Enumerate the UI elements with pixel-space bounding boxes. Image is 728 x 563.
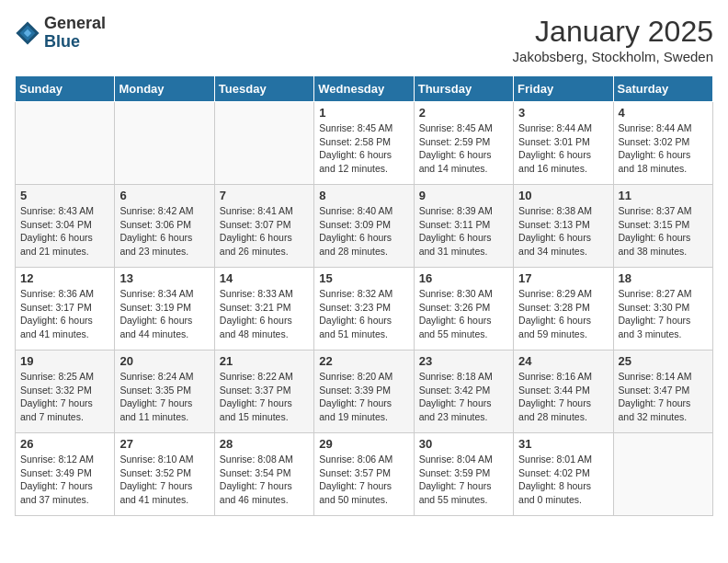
page-header: General Blue January 2025 Jakobsberg, St…	[15, 15, 713, 64]
day-info: Sunrise: 8:45 AM Sunset: 2:58 PM Dayligh…	[319, 121, 408, 176]
logo-blue: Blue	[44, 33, 106, 52]
calendar-cell: 28Sunrise: 8:08 AM Sunset: 3:54 PM Dayli…	[214, 433, 313, 516]
day-info: Sunrise: 8:06 AM Sunset: 3:57 PM Dayligh…	[319, 453, 408, 507]
day-number: 4	[619, 106, 708, 120]
day-info: Sunrise: 8:39 AM Sunset: 3:11 PM Dayligh…	[419, 204, 508, 259]
calendar-cell	[613, 433, 712, 516]
calendar-cell: 4Sunrise: 8:44 AM Sunset: 3:02 PM Daylig…	[613, 102, 712, 185]
day-number: 26	[20, 437, 109, 451]
calendar-cell: 2Sunrise: 8:45 AM Sunset: 2:59 PM Daylig…	[414, 102, 513, 185]
day-number: 13	[119, 271, 209, 285]
logo-icon	[15, 20, 40, 46]
day-info: Sunrise: 8:37 AM Sunset: 3:15 PM Dayligh…	[619, 204, 708, 259]
calendar-cell: 20Sunrise: 8:24 AM Sunset: 3:35 PM Dayli…	[115, 350, 214, 433]
day-number: 24	[518, 354, 608, 368]
calendar-cell: 18Sunrise: 8:27 AM Sunset: 3:30 PM Dayli…	[613, 268, 712, 350]
header-row: SundayMondayTuesdayWednesdayThursdayFrid…	[16, 76, 713, 102]
day-number: 8	[319, 189, 408, 202]
calendar-cell: 22Sunrise: 8:20 AM Sunset: 3:39 PM Dayli…	[314, 350, 414, 433]
day-number: 1	[319, 106, 408, 120]
day-number: 22	[319, 354, 408, 368]
day-info: Sunrise: 8:14 AM Sunset: 3:47 PM Dayligh…	[619, 370, 708, 424]
day-info: Sunrise: 8:10 AM Sunset: 3:52 PM Dayligh…	[119, 453, 209, 507]
day-number: 29	[319, 437, 408, 451]
calendar-cell: 14Sunrise: 8:33 AM Sunset: 3:21 PM Dayli…	[214, 268, 313, 350]
week-row-1: 1Sunrise: 8:45 AM Sunset: 2:58 PM Daylig…	[16, 102, 713, 185]
week-row-5: 26Sunrise: 8:12 AM Sunset: 3:49 PM Dayli…	[16, 433, 713, 516]
calendar-cell: 6Sunrise: 8:42 AM Sunset: 3:06 PM Daylig…	[115, 185, 214, 268]
day-number: 2	[419, 106, 508, 120]
day-info: Sunrise: 8:34 AM Sunset: 3:19 PM Dayligh…	[119, 287, 209, 341]
day-info: Sunrise: 8:08 AM Sunset: 3:54 PM Dayligh…	[220, 453, 309, 507]
month-title: January 2025	[513, 15, 713, 49]
calendar-cell: 31Sunrise: 8:01 AM Sunset: 4:02 PM Dayli…	[514, 433, 613, 516]
calendar-cell: 26Sunrise: 8:12 AM Sunset: 3:49 PM Dayli…	[16, 433, 115, 516]
day-info: Sunrise: 8:25 AM Sunset: 3:32 PM Dayligh…	[20, 370, 109, 424]
day-number: 27	[119, 437, 209, 451]
day-number: 11	[619, 189, 708, 202]
day-number: 17	[518, 271, 608, 285]
calendar-cell: 19Sunrise: 8:25 AM Sunset: 3:32 PM Dayli…	[16, 350, 115, 433]
calendar-cell: 5Sunrise: 8:43 AM Sunset: 3:04 PM Daylig…	[16, 185, 115, 268]
calendar-cell: 16Sunrise: 8:30 AM Sunset: 3:26 PM Dayli…	[414, 268, 513, 350]
calendar-cell: 3Sunrise: 8:44 AM Sunset: 3:01 PM Daylig…	[514, 102, 613, 185]
title-block: January 2025 Jakobsberg, Stockholm, Swed…	[513, 15, 713, 64]
day-header-saturday: Saturday	[613, 76, 712, 102]
day-info: Sunrise: 8:20 AM Sunset: 3:39 PM Dayligh…	[319, 370, 408, 424]
day-number: 25	[619, 354, 708, 368]
day-number: 19	[20, 354, 109, 368]
day-number: 14	[220, 271, 309, 285]
calendar-cell: 17Sunrise: 8:29 AM Sunset: 3:28 PM Dayli…	[514, 268, 613, 350]
logo-general: General	[44, 15, 106, 33]
day-info: Sunrise: 8:41 AM Sunset: 3:07 PM Dayligh…	[220, 204, 309, 259]
calendar-cell: 9Sunrise: 8:39 AM Sunset: 3:11 PM Daylig…	[414, 185, 513, 268]
day-number: 23	[419, 354, 508, 368]
day-number: 15	[319, 271, 408, 285]
day-info: Sunrise: 8:29 AM Sunset: 3:28 PM Dayligh…	[518, 287, 608, 341]
day-number: 3	[518, 106, 608, 120]
calendar-cell: 11Sunrise: 8:37 AM Sunset: 3:15 PM Dayli…	[613, 185, 712, 268]
location: Jakobsberg, Stockholm, Sweden	[513, 49, 713, 64]
day-header-friday: Friday	[514, 76, 613, 102]
day-info: Sunrise: 8:27 AM Sunset: 3:30 PM Dayligh…	[619, 287, 708, 341]
day-number: 10	[518, 189, 608, 202]
calendar-cell: 8Sunrise: 8:40 AM Sunset: 3:09 PM Daylig…	[314, 185, 414, 268]
day-info: Sunrise: 8:16 AM Sunset: 3:44 PM Dayligh…	[518, 370, 608, 424]
day-info: Sunrise: 8:04 AM Sunset: 3:59 PM Dayligh…	[419, 453, 508, 507]
logo-text: General Blue	[44, 15, 106, 52]
calendar-cell: 27Sunrise: 8:10 AM Sunset: 3:52 PM Dayli…	[115, 433, 214, 516]
calendar-cell: 29Sunrise: 8:06 AM Sunset: 3:57 PM Dayli…	[314, 433, 414, 516]
day-number: 7	[220, 189, 309, 202]
day-number: 31	[518, 437, 608, 451]
day-info: Sunrise: 8:24 AM Sunset: 3:35 PM Dayligh…	[119, 370, 209, 424]
day-number: 5	[20, 189, 109, 202]
calendar-cell: 15Sunrise: 8:32 AM Sunset: 3:23 PM Dayli…	[314, 268, 414, 350]
day-header-sunday: Sunday	[16, 76, 115, 102]
day-number: 6	[119, 189, 209, 202]
day-info: Sunrise: 8:22 AM Sunset: 3:37 PM Dayligh…	[220, 370, 309, 424]
day-info: Sunrise: 8:40 AM Sunset: 3:09 PM Dayligh…	[319, 204, 408, 259]
day-number: 20	[119, 354, 209, 368]
day-info: Sunrise: 8:30 AM Sunset: 3:26 PM Dayligh…	[419, 287, 508, 341]
day-number: 28	[220, 437, 309, 451]
calendar-cell: 12Sunrise: 8:36 AM Sunset: 3:17 PM Dayli…	[16, 268, 115, 350]
day-info: Sunrise: 8:36 AM Sunset: 3:17 PM Dayligh…	[20, 287, 109, 341]
calendar-table: SundayMondayTuesdayWednesdayThursdayFrid…	[15, 75, 713, 516]
calendar-cell: 30Sunrise: 8:04 AM Sunset: 3:59 PM Dayli…	[414, 433, 513, 516]
day-info: Sunrise: 8:18 AM Sunset: 3:42 PM Dayligh…	[419, 370, 508, 424]
day-info: Sunrise: 8:38 AM Sunset: 3:13 PM Dayligh…	[518, 204, 608, 259]
calendar-cell: 7Sunrise: 8:41 AM Sunset: 3:07 PM Daylig…	[214, 185, 313, 268]
day-header-wednesday: Wednesday	[314, 76, 414, 102]
week-row-4: 19Sunrise: 8:25 AM Sunset: 3:32 PM Dayli…	[16, 350, 713, 433]
calendar-cell: 23Sunrise: 8:18 AM Sunset: 3:42 PM Dayli…	[414, 350, 513, 433]
day-number: 9	[419, 189, 508, 202]
day-info: Sunrise: 8:44 AM Sunset: 3:01 PM Dayligh…	[518, 121, 608, 176]
day-number: 30	[419, 437, 508, 451]
day-number: 16	[419, 271, 508, 285]
day-header-tuesday: Tuesday	[214, 76, 313, 102]
week-row-2: 5Sunrise: 8:43 AM Sunset: 3:04 PM Daylig…	[16, 185, 713, 268]
day-info: Sunrise: 8:12 AM Sunset: 3:49 PM Dayligh…	[20, 453, 109, 507]
day-info: Sunrise: 8:44 AM Sunset: 3:02 PM Dayligh…	[619, 121, 708, 176]
day-number: 12	[20, 271, 109, 285]
day-info: Sunrise: 8:01 AM Sunset: 4:02 PM Dayligh…	[518, 453, 608, 507]
